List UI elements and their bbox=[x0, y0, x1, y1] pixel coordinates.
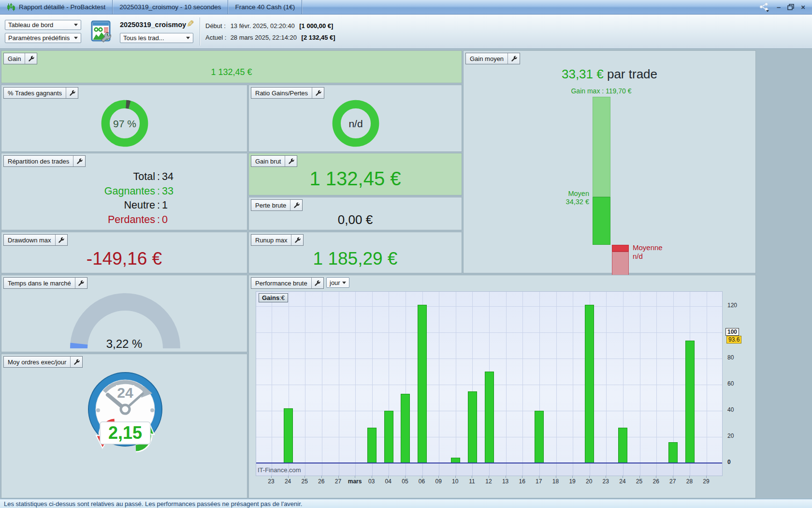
panel-gain-moyen-title: Gain moyen bbox=[466, 53, 508, 64]
share-button[interactable] bbox=[758, 2, 770, 12]
y-axis-label: 20 bbox=[727, 433, 734, 439]
x-axis-label: 11 bbox=[463, 478, 480, 485]
wrench-icon[interactable] bbox=[312, 88, 324, 98]
restore-button[interactable] bbox=[787, 4, 794, 10]
wrench-icon[interactable] bbox=[291, 235, 303, 245]
time-in-market-value: 3,22 % bbox=[1, 337, 247, 351]
panel-gain-moyen: Gain moyen 33,31 € par trade Gain max : … bbox=[463, 50, 756, 273]
panel-drawdown-max: Drawdown max -149,16 € bbox=[1, 232, 247, 273]
series-tag: Gains:€ bbox=[259, 293, 288, 302]
panel-moy-ordres-header: Moy ordres exec/jour bbox=[3, 356, 83, 368]
wrench-icon[interactable] bbox=[285, 156, 297, 166]
gain-bar bbox=[685, 341, 695, 463]
wrench-icon[interactable] bbox=[75, 278, 87, 288]
panel-ratio-gains-pertes: Ratio Gains/Pertes n/d bbox=[248, 85, 462, 152]
x-axis-label: 09 bbox=[430, 478, 447, 485]
moyen-label: Moyen bbox=[512, 190, 589, 198]
loss-avg-label: Moyenne n/d bbox=[633, 243, 663, 261]
start-label: Début : bbox=[205, 22, 229, 30]
tab-instrument-label: France 40 Cash (1€) bbox=[235, 3, 295, 11]
x-axis-label: 18 bbox=[547, 478, 565, 485]
series-tag-unit: :€ bbox=[279, 294, 285, 301]
avg-gain-suffix: par trade bbox=[604, 67, 657, 81]
gain-bar bbox=[401, 394, 410, 463]
view-select[interactable]: Tableau de bord bbox=[5, 20, 81, 30]
wrench-icon[interactable] bbox=[73, 156, 85, 166]
panel-gain-title: Gain bbox=[4, 53, 25, 64]
gridline bbox=[272, 292, 272, 476]
start-row: Début : 13 févr. 2025, 02:20:40 [1 000,0… bbox=[205, 22, 333, 30]
y-axis-label: 0 bbox=[727, 459, 731, 465]
x-axis-label: 13 bbox=[497, 478, 514, 485]
x-axis-label: 06 bbox=[413, 478, 431, 485]
panel-gain-brut-title: Gain brut bbox=[251, 156, 285, 166]
winners-label: Gagnantes bbox=[1, 184, 155, 199]
wrench-icon[interactable] bbox=[508, 53, 520, 64]
avg-gain-value: 33,31 € bbox=[562, 67, 604, 81]
svg-text:2,15: 2,15 bbox=[108, 423, 142, 443]
gridline bbox=[522, 292, 523, 476]
tab-report[interactable]: Rapport détaillé - ProBacktest bbox=[0, 0, 113, 14]
perte-brute-value: 0,00 € bbox=[249, 212, 462, 227]
below-zero-zone bbox=[256, 463, 722, 476]
x-axis-label: 20 bbox=[580, 478, 598, 485]
panel-gain: Gain 1 132,45 € bbox=[1, 50, 462, 83]
winners-value: 33 bbox=[162, 184, 247, 199]
moyen-value: 34,32 € bbox=[512, 198, 589, 206]
colon: : bbox=[155, 170, 162, 184]
wrench-icon[interactable] bbox=[290, 200, 302, 210]
plot-area: Gains:€ IT-Finance.com bbox=[256, 291, 723, 476]
panel-performance-brute: Performance brute jour Gains:€ IT-Financ… bbox=[248, 275, 756, 498]
gain-brut-value: 1 132,45 € bbox=[249, 168, 462, 190]
wrench-icon[interactable] bbox=[25, 53, 37, 64]
panel-repartition-header: Répartition des trades bbox=[3, 155, 86, 167]
gain-avg-bar-lower bbox=[593, 197, 610, 245]
panel-gain-brut: Gain brut 1 132,45 € bbox=[248, 153, 462, 195]
avg-gain-headline: 33,31 € par trade bbox=[464, 67, 755, 82]
status-bar: Les statistiques ci-dessus sont relative… bbox=[0, 499, 812, 508]
current-capital: [2 132,45 €] bbox=[302, 34, 335, 41]
wrench-icon[interactable] bbox=[71, 357, 82, 367]
period-select[interactable]: jour bbox=[326, 277, 349, 288]
panel-performance-title: Performance brute bbox=[251, 278, 312, 288]
panel-pct-title: % Trades gagnants bbox=[4, 88, 66, 98]
window-controls: – × bbox=[758, 0, 812, 14]
params-select[interactable]: Paramètres prédéfinis bbox=[5, 33, 81, 43]
panel-runup-header: Runup max bbox=[251, 234, 304, 246]
y-axis-label: 80 bbox=[727, 354, 734, 361]
performance-chart: Gains:€ IT-Finance.com 93.6 020406080100… bbox=[249, 275, 755, 498]
panel-gain-header: Gain bbox=[3, 53, 37, 64]
report-settings-button[interactable] bbox=[91, 19, 112, 44]
win-rate-donut: 97 % bbox=[98, 96, 152, 150]
panel-perte-brute-header: Perte brute bbox=[251, 199, 303, 211]
gridline bbox=[506, 292, 507, 476]
period-select-value: jour bbox=[330, 279, 340, 286]
panel-pct-header: % Trades gagnants bbox=[3, 87, 78, 99]
panel-ratio-header: Ratio Gains/Pertes bbox=[251, 87, 324, 99]
toolbar-separator bbox=[200, 17, 200, 45]
wrench-icon[interactable] bbox=[56, 235, 67, 245]
tab-backtest[interactable]: 20250319_croismoy - 10 secondes bbox=[113, 0, 228, 14]
minimize-button[interactable]: – bbox=[777, 3, 781, 11]
wrench-icon[interactable] bbox=[312, 278, 323, 288]
x-axis-label: 27 bbox=[664, 478, 682, 485]
zero-baseline bbox=[256, 463, 722, 463]
wrench-icon[interactable] bbox=[66, 88, 78, 98]
moyenne-label: Moyenne bbox=[633, 243, 663, 252]
gain-avg-label: Moyen 34,32 € bbox=[512, 190, 589, 206]
tab-instrument[interactable]: France 40 Cash (1€) bbox=[228, 0, 302, 14]
last-value-tag: 93.6 bbox=[726, 336, 741, 344]
app-window: Rapport détaillé - ProBacktest 20250319_… bbox=[0, 0, 812, 508]
neutral-value: 1 bbox=[162, 198, 247, 213]
panel-gain-brut-header: Gain brut bbox=[251, 155, 297, 167]
edit-pencil-icon[interactable]: ✎ bbox=[187, 18, 194, 30]
x-axis-label: 05 bbox=[396, 478, 414, 485]
dashboard: Gain 1 132,45 € % Trades gagnants 97 % R… bbox=[0, 49, 812, 499]
panel-gain-moyen-header: Gain moyen bbox=[465, 53, 520, 64]
gain-bar bbox=[468, 391, 477, 463]
x-axis-label: 27 bbox=[330, 478, 347, 485]
colon: : bbox=[155, 198, 162, 213]
trades-select[interactable]: Tous les trad... bbox=[120, 33, 193, 43]
panel-runup-title: Runup max bbox=[251, 235, 291, 245]
close-button[interactable]: × bbox=[801, 3, 805, 11]
